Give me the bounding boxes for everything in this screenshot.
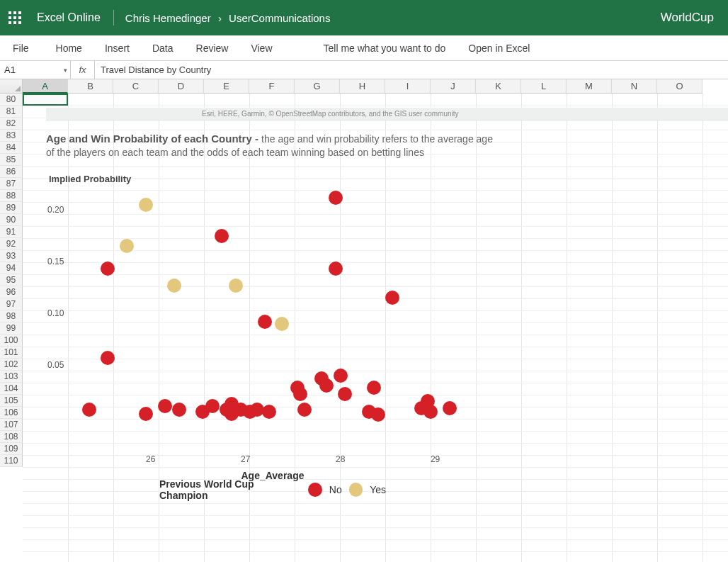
chart-point[interactable]	[329, 191, 343, 205]
breadcrumb-folder[interactable]: UserCommunications	[229, 12, 330, 24]
chart-point[interactable]	[205, 399, 220, 413]
chart-point[interactable]	[293, 387, 307, 401]
document-name[interactable]: WorldCup	[661, 11, 720, 25]
legend-swatch-no	[308, 483, 322, 497]
row-header[interactable]: 85	[0, 154, 23, 166]
chart-plot-area[interactable]: Implied Probability Age_Average Previous…	[46, 182, 499, 494]
row-header[interactable]: 96	[0, 286, 23, 298]
chart-point[interactable]	[334, 369, 348, 383]
col-header-I[interactable]: I	[385, 79, 431, 94]
chart-point[interactable]	[443, 401, 457, 415]
chart-point[interactable]	[297, 403, 312, 417]
menu-file[interactable]: File	[6, 35, 45, 60]
breadcrumb[interactable]: Chris Hemedinger › UserCommunications	[125, 12, 331, 24]
tell-me-search[interactable]: Tell me what you want to do	[312, 35, 457, 60]
row-header[interactable]: 106	[0, 407, 23, 419]
row-header[interactable]: 94	[0, 262, 23, 274]
chart-point[interactable]	[172, 403, 186, 417]
chart-point[interactable]	[371, 408, 385, 422]
col-header-H[interactable]: H	[340, 79, 385, 94]
chart-point[interactable]	[367, 381, 381, 395]
row-header[interactable]: 100	[0, 335, 23, 347]
menu-review[interactable]: Review	[185, 35, 240, 60]
col-header-M[interactable]: M	[567, 79, 612, 94]
row-header[interactable]: 87	[0, 178, 23, 190]
x-tick: 27	[241, 454, 250, 464]
chart-point[interactable]	[338, 387, 352, 401]
chart-point[interactable]	[385, 291, 399, 305]
grid[interactable]: Esri, HERE, Garmin, © OpenStreetMap cont…	[23, 94, 728, 562]
chart-point[interactable]	[423, 405, 438, 419]
fx-icon[interactable]: fx	[71, 61, 95, 79]
col-header-O[interactable]: O	[657, 79, 703, 94]
row-header[interactable]: 98	[0, 310, 23, 322]
formula-input[interactable]: Travel Distance by Country	[95, 61, 728, 79]
row-header[interactable]: 103	[0, 371, 23, 383]
chart-point[interactable]	[319, 378, 334, 393]
row-header[interactable]: 89	[0, 202, 23, 214]
chart-point[interactable]	[329, 262, 343, 276]
chart-point[interactable]	[215, 229, 229, 243]
chart-point[interactable]	[120, 239, 134, 253]
col-header-K[interactable]: K	[476, 79, 521, 94]
active-cell[interactable]	[23, 94, 68, 106]
menu-insert[interactable]: Insert	[93, 35, 141, 60]
row-header[interactable]: 82	[0, 118, 23, 130]
chart-point[interactable]	[139, 198, 153, 212]
chevron-down-icon[interactable]: ▾	[64, 67, 67, 74]
breadcrumb-user[interactable]: Chris Hemedinger	[125, 12, 211, 24]
menu-view[interactable]: View	[239, 35, 283, 60]
row-header[interactable]: 110	[0, 455, 23, 467]
row-header[interactable]: 95	[0, 274, 23, 286]
col-header-N[interactable]: N	[612, 79, 657, 94]
chart-point[interactable]	[101, 262, 115, 276]
open-in-excel[interactable]: Open in Excel	[457, 35, 541, 60]
row-header[interactable]: 91	[0, 226, 23, 238]
chart[interactable]: Age and Win Probability of each Country …	[46, 132, 499, 494]
row-header[interactable]: 84	[0, 142, 23, 154]
chart-point[interactable]	[262, 405, 276, 419]
row-header[interactable]: 90	[0, 214, 23, 226]
col-header-D[interactable]: D	[159, 79, 204, 94]
row-header[interactable]: 80	[0, 94, 23, 106]
chart-point[interactable]	[167, 279, 181, 293]
name-box-value: A1	[4, 64, 16, 75]
row-header[interactable]: 104	[0, 383, 23, 395]
row-header[interactable]: 93	[0, 250, 23, 262]
menu-home[interactable]: Home	[45, 35, 93, 60]
row-header[interactable]: 102	[0, 359, 23, 371]
col-header-E[interactable]: E	[204, 79, 249, 94]
row-header[interactable]: 83	[0, 130, 23, 142]
chart-point[interactable]	[82, 403, 96, 417]
chart-point[interactable]	[101, 351, 115, 365]
row-header[interactable]: 88	[0, 190, 23, 202]
col-header-G[interactable]: G	[295, 79, 340, 94]
app-launcher-icon[interactable]	[8, 11, 21, 24]
select-all-corner[interactable]	[0, 79, 23, 94]
row-header[interactable]: 109	[0, 443, 23, 455]
row-header[interactable]: 97	[0, 298, 23, 310]
chart-point[interactable]	[139, 407, 153, 421]
col-header-C[interactable]: C	[113, 79, 159, 94]
chart-point[interactable]	[258, 315, 272, 329]
sheet[interactable]: ABCDEFGHIJKLMNO 808182838485868788899091…	[0, 79, 728, 562]
chart-point[interactable]	[158, 399, 172, 413]
row-header[interactable]: 101	[0, 347, 23, 359]
row-header[interactable]: 107	[0, 419, 23, 431]
app-name[interactable]: Excel Online	[37, 11, 101, 24]
row-header[interactable]: 86	[0, 166, 23, 178]
col-header-J[interactable]: J	[431, 79, 476, 94]
chart-point[interactable]	[229, 279, 243, 293]
col-header-A[interactable]: A	[23, 79, 68, 94]
row-header[interactable]: 92	[0, 238, 23, 250]
row-header[interactable]: 108	[0, 431, 23, 443]
col-header-L[interactable]: L	[521, 79, 567, 94]
chart-point[interactable]	[275, 317, 289, 331]
row-header[interactable]: 81	[0, 106, 23, 118]
menu-data[interactable]: Data	[141, 35, 185, 60]
col-header-B[interactable]: B	[68, 79, 113, 94]
row-header[interactable]: 99	[0, 322, 23, 335]
col-header-F[interactable]: F	[249, 79, 295, 94]
row-header[interactable]: 105	[0, 395, 23, 407]
name-box[interactable]: A1 ▾	[0, 61, 71, 79]
